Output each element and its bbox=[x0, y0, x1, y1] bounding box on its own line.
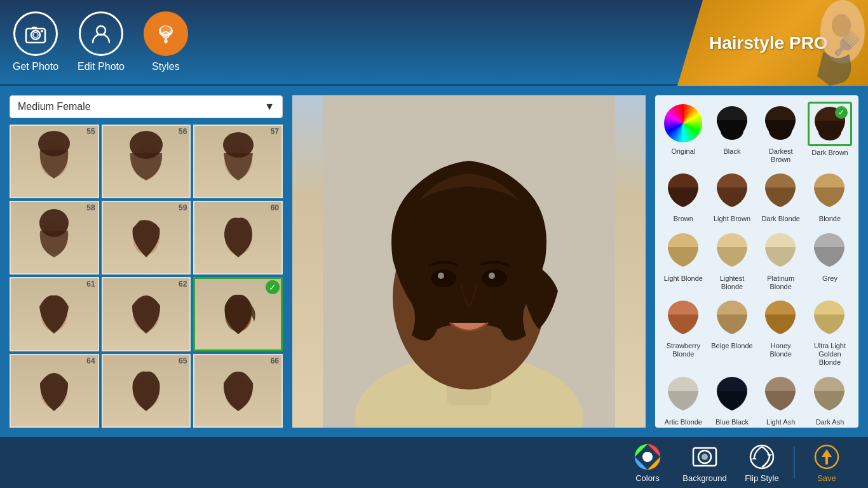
ultra-light-golden-blonde-label: Ultra Light Golden Blonde bbox=[808, 342, 852, 367]
svg-point-4 bbox=[41, 30, 43, 32]
face-60 bbox=[194, 202, 281, 274]
black-swatch bbox=[713, 104, 751, 142]
color-cell-brown[interactable]: Brown bbox=[661, 169, 705, 223]
nav-get-photo-label: Get Photo bbox=[13, 61, 58, 72]
honey-blonde-label: Honey Blonde bbox=[759, 342, 803, 358]
honey-blonde-swatch-wrap bbox=[759, 296, 803, 339]
nav-styles-label: Styles bbox=[152, 61, 180, 72]
dark-brown-check: ✓ bbox=[835, 106, 848, 119]
selected-check-63: ✓ bbox=[266, 280, 280, 294]
nav-item-get-photo[interactable]: Get Photo bbox=[13, 11, 58, 72]
color-cell-platinum-blonde[interactable]: Platinum Blonde bbox=[759, 229, 803, 291]
dark-blonde-swatch bbox=[761, 172, 799, 210]
style-cell-57[interactable]: 57 bbox=[193, 125, 283, 198]
color-cell-artic-blonde[interactable]: Artic Blonde bbox=[661, 372, 705, 428]
style-cell-60[interactable]: 60 bbox=[193, 201, 283, 274]
light-brown-swatch bbox=[713, 172, 751, 210]
beige-blonde-label: Beige Blonde bbox=[711, 342, 752, 350]
header: Get Photo Edit Photo Styles bbox=[0, 0, 868, 86]
beige-blonde-swatch bbox=[713, 299, 751, 337]
nav-item-edit-photo[interactable]: Edit Photo bbox=[78, 11, 125, 72]
strawberry-blonde-swatch-wrap bbox=[661, 296, 705, 339]
original-swatch-wrap bbox=[661, 102, 705, 145]
style-cell-56[interactable]: 56 bbox=[102, 125, 191, 198]
color-cell-ultra-light-golden-blonde[interactable]: Ultra Light Golden Blonde bbox=[808, 296, 852, 367]
ultra-light-golden-blonde-swatch bbox=[810, 299, 848, 337]
style-category-dropdown[interactable]: Medium Female ▼ bbox=[10, 95, 283, 118]
camera-icon bbox=[13, 11, 58, 56]
color-cell-dark-ash-blonde[interactable]: Dark Ash Blonde bbox=[808, 372, 852, 428]
toolbar-colors-button[interactable]: Colors bbox=[619, 437, 676, 488]
style-num-61: 61 bbox=[86, 280, 95, 288]
color-cell-original[interactable]: Original bbox=[661, 102, 705, 164]
svg-point-34 bbox=[489, 273, 495, 279]
bottom-toolbar: Colors Background Flip Style bbox=[0, 437, 868, 488]
artic-blonde-swatch bbox=[664, 375, 702, 413]
color-cell-honey-blonde[interactable]: Honey Blonde bbox=[759, 296, 803, 367]
dark-blonde-label: Dark Blonde bbox=[761, 215, 800, 223]
toolbar-flip-style-label: Flip Style bbox=[745, 473, 778, 483]
original-swatch bbox=[664, 104, 702, 142]
svg-rect-3 bbox=[32, 27, 37, 29]
toolbar-save-label: Save bbox=[817, 473, 836, 483]
style-cell-62[interactable]: 62 bbox=[102, 277, 191, 352]
dark-ash-blonde-label: Dark Ash Blonde bbox=[808, 418, 852, 428]
nav-item-styles[interactable]: Styles bbox=[144, 11, 188, 72]
color-cell-blue-black[interactable]: Blue Black bbox=[710, 372, 754, 428]
color-cell-darkest-brown[interactable]: Darkest Brown bbox=[759, 102, 803, 164]
color-cell-light-ash-brown[interactable]: Light Ash Brown bbox=[759, 372, 803, 428]
color-cell-grey[interactable]: Grey bbox=[808, 229, 852, 291]
color-panel: Original Black bbox=[655, 95, 858, 428]
style-cell-65[interactable]: 65 bbox=[102, 354, 191, 428]
color-cell-dark-blonde[interactable]: Dark Blonde bbox=[759, 169, 803, 223]
color-cell-light-brown[interactable]: Light Brown bbox=[710, 169, 754, 223]
toolbar-background-label: Background bbox=[682, 473, 726, 483]
strawberry-blonde-swatch bbox=[664, 299, 702, 337]
person-icon bbox=[79, 11, 123, 56]
style-grid: 55 56 bbox=[10, 125, 283, 428]
style-cell-55[interactable]: 55 bbox=[10, 125, 99, 198]
face-55 bbox=[11, 126, 98, 198]
light-ash-brown-label: Light Ash Brown bbox=[759, 418, 803, 428]
header-nav: Get Photo Edit Photo Styles bbox=[13, 11, 188, 72]
brown-label: Brown bbox=[674, 215, 693, 223]
face-61 bbox=[11, 278, 98, 351]
darkest-brown-label: Darkest Brown bbox=[759, 147, 803, 164]
lightest-blonde-label: Lightest Blonde bbox=[710, 274, 754, 291]
background-icon bbox=[691, 443, 719, 471]
toolbar-flip-style-button[interactable]: Flip Style bbox=[733, 437, 790, 488]
style-num-66: 66 bbox=[271, 356, 279, 365]
color-cell-blonde[interactable]: Blonde bbox=[808, 169, 852, 223]
style-cell-63[interactable]: ✓ bbox=[193, 277, 283, 352]
color-cell-strawberry-blonde[interactable]: Strawberry Blonde bbox=[661, 296, 705, 367]
grey-swatch bbox=[810, 231, 848, 269]
style-cell-59[interactable]: 59 bbox=[102, 201, 191, 274]
light-ash-brown-swatch-wrap bbox=[759, 372, 803, 416]
style-num-57: 57 bbox=[271, 127, 279, 136]
color-cell-light-blonde[interactable]: Light Blonde bbox=[661, 229, 705, 291]
color-cell-beige-blonde[interactable]: Beige Blonde bbox=[710, 296, 754, 367]
color-cell-black[interactable]: Black bbox=[710, 102, 754, 164]
style-cell-64[interactable]: 64 bbox=[10, 354, 99, 428]
dropdown-arrow: ▼ bbox=[264, 101, 275, 112]
brown-swatch bbox=[664, 172, 702, 210]
dark-blonde-swatch-wrap bbox=[759, 169, 803, 212]
toolbar-save-button[interactable]: Save bbox=[798, 437, 855, 488]
colors-icon bbox=[634, 443, 661, 471]
face-64 bbox=[11, 355, 98, 428]
left-panel: Medium Female ▼ 55 56 bbox=[10, 95, 283, 428]
style-cell-61[interactable]: 61 bbox=[10, 277, 99, 352]
blonde-label: Blonde bbox=[819, 215, 841, 223]
main-content: Medium Female ▼ 55 56 bbox=[0, 86, 868, 437]
style-num-58: 58 bbox=[86, 203, 95, 212]
svg-point-33 bbox=[438, 273, 444, 279]
color-cell-lightest-blonde[interactable]: Lightest Blonde bbox=[710, 229, 754, 291]
style-cell-58[interactable]: 58 bbox=[10, 201, 99, 274]
color-cell-dark-brown[interactable]: ✓ Dark Brown bbox=[808, 102, 852, 164]
light-blonde-swatch-wrap bbox=[661, 229, 705, 272]
dark-brown-swatch: ✓ bbox=[811, 105, 849, 143]
style-cell-66[interactable]: 66 bbox=[193, 354, 283, 428]
toolbar-background-button[interactable]: Background bbox=[676, 437, 733, 488]
color-grid: Original Black bbox=[661, 102, 852, 428]
light-blonde-label: Light Blonde bbox=[664, 274, 703, 283]
